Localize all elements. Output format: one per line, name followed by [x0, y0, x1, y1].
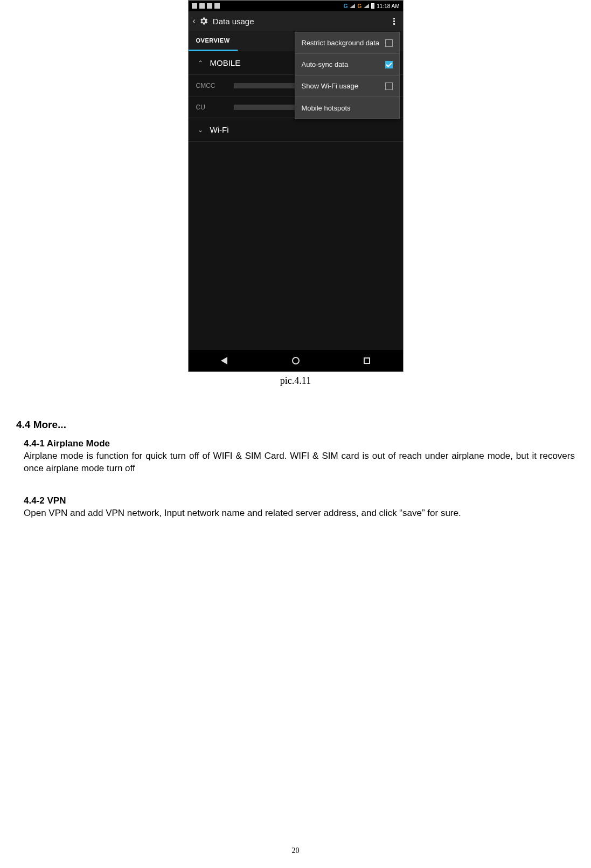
nav-home-button[interactable]	[260, 350, 331, 371]
status-icon	[192, 3, 197, 9]
network-indicator-g1: G	[344, 3, 348, 9]
app-bar: ‹ Data usage	[189, 11, 403, 31]
status-icon	[207, 3, 212, 9]
signal-icon	[350, 4, 355, 8]
overflow-menu: Restrict background data Auto-sync data …	[295, 32, 400, 119]
carrier-name: CMCC	[196, 82, 234, 89]
menu-item-label: Show Wi-Fi usage	[302, 82, 385, 90]
chevron-up-icon: ⌃	[196, 59, 205, 67]
recent-square-icon	[364, 357, 370, 364]
heading-airplane-mode: 4.4-1 Airplane Mode	[24, 438, 575, 449]
app-bar-title: Data usage	[213, 17, 390, 26]
carrier-name: CU	[196, 104, 234, 111]
menu-item-label: Mobile hotspots	[302, 104, 393, 112]
document-page: G G 11:18 AM ‹ Data usage OVERVIEW	[0, 0, 591, 868]
overflow-menu-icon[interactable]	[390, 18, 399, 25]
status-icon	[214, 3, 220, 9]
checkbox-icon[interactable]	[385, 39, 393, 47]
paragraph-airplane-mode: Airplane mode is function for quick turn…	[24, 450, 575, 475]
status-bar: G G 11:18 AM	[189, 1, 403, 11]
signal-icon	[364, 4, 369, 8]
heading-vpn: 4.4-2 VPN	[24, 495, 575, 506]
phone-screenshot: G G 11:18 AM ‹ Data usage OVERVIEW	[188, 0, 404, 372]
chevron-down-icon: ⌄	[196, 126, 205, 134]
paragraph-vpn: Open VPN and add VPN network, Input netw…	[24, 507, 575, 520]
nav-bar	[189, 350, 403, 371]
nav-recent-button[interactable]	[331, 350, 403, 371]
settings-icon	[199, 16, 208, 26]
menu-auto-sync[interactable]: Auto-sync data	[295, 54, 399, 75]
back-icon[interactable]: ‹	[193, 16, 196, 26]
screenshot-container: G G 11:18 AM ‹ Data usage OVERVIEW	[188, 0, 404, 387]
menu-restrict-bg-data[interactable]: Restrict background data	[295, 32, 399, 54]
network-indicator-g2: G	[357, 3, 361, 9]
menu-item-label: Restrict background data	[302, 39, 385, 47]
figure-caption: pic.4.11	[188, 375, 404, 387]
section-wifi[interactable]: ⌄ Wi-Fi	[189, 118, 403, 142]
tab-overview[interactable]: OVERVIEW	[189, 31, 238, 51]
heading-more: 4.4 More...	[16, 419, 575, 431]
checkbox-icon[interactable]	[385, 82, 393, 90]
page-number: 20	[0, 846, 591, 855]
battery-icon	[371, 3, 374, 9]
section-label: Wi-Fi	[210, 125, 395, 134]
document-text: 4.4 More... 4.4-1 Airplane Mode Airplane…	[16, 419, 575, 520]
home-circle-icon	[292, 357, 300, 364]
checkbox-icon[interactable]	[385, 61, 393, 68]
menu-mobile-hotspots[interactable]: Mobile hotspots	[295, 97, 399, 119]
menu-show-wifi-usage[interactable]: Show Wi-Fi usage	[295, 75, 399, 97]
back-triangle-icon	[221, 357, 227, 364]
nav-back-button[interactable]	[189, 350, 260, 371]
status-icon	[199, 3, 205, 9]
status-time: 11:18 AM	[377, 3, 399, 9]
menu-item-label: Auto-sync data	[302, 60, 385, 68]
